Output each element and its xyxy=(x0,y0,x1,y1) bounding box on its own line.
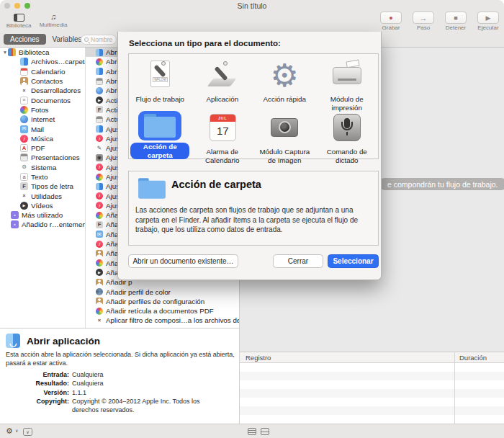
type-modulo-captura-de-imagen[interactable]: Módulo Captura de Imagen xyxy=(253,107,316,159)
microphone-icon xyxy=(325,111,369,146)
window-title: Sin título xyxy=(0,1,504,10)
workflow-doc-icon: WFLOW xyxy=(138,58,182,93)
photos-icon xyxy=(96,58,103,66)
sidebar-item-music[interactable]: ♪Música xyxy=(0,134,85,143)
toolbar-button-label: Ejecutar xyxy=(477,24,498,31)
sidebar-item-pdf[interactable]: APDF xyxy=(0,143,85,153)
ejecutar-button-capsule[interactable]: ▶ xyxy=(477,12,499,24)
type-label: Módulo Captura de Imagen xyxy=(255,148,314,164)
music-icon: ♪ xyxy=(96,202,103,209)
type-aplicacion[interactable]: Aplicación xyxy=(192,54,254,107)
music-icon: ♪ xyxy=(96,164,103,171)
action-row[interactable]: Añadir perfiles de configuración xyxy=(86,297,239,306)
pdf-icon: A xyxy=(20,144,28,152)
sidebar-item-label: Fotos xyxy=(31,106,49,114)
step-icon: → xyxy=(420,14,428,22)
tab-acciones[interactable]: Acciones xyxy=(4,34,46,45)
automator-window: Sin título Biblioteca♫Multimedia ●Grabar… xyxy=(0,0,504,438)
calendar-icon xyxy=(20,68,28,76)
blue-folder-icon xyxy=(138,178,166,198)
sidebar-item-presentations[interactable]: Presentaciones xyxy=(0,153,85,162)
detail-field-row: Copyright:Copyright © 2004–2012 Apple In… xyxy=(0,397,238,415)
sidebar-item-documents[interactable]: ≡Documentos xyxy=(0,95,85,104)
printer-icon xyxy=(325,58,369,93)
sidebar-item-utilities[interactable]: ×Utilidades xyxy=(0,191,85,200)
detail-field-label: Copyright: xyxy=(0,397,72,415)
sidebar-item-files[interactable]: Archivos…carpetas xyxy=(0,57,85,66)
sidebar-item-developer[interactable]: ×Desarrolladores xyxy=(0,86,85,95)
type-description-body: Las acciones de carpeta son flujos de tr… xyxy=(135,205,373,235)
toolbar-button-label: Multimedia xyxy=(40,22,68,28)
ejecutar-button[interactable]: ▶Ejecutar xyxy=(474,12,503,31)
action-row[interactable]: ×Aplicar filtro de composi…a los archivo… xyxy=(86,316,239,325)
log-column-duracion: Duración xyxy=(459,354,487,362)
videos-icon: ▶ xyxy=(20,202,28,210)
sidebar-smart-item[interactable]: ▪Añadido r…entemente xyxy=(0,220,85,229)
log-list-view-icon[interactable] xyxy=(248,428,256,435)
record-icon: ● xyxy=(389,14,392,22)
action-detail-description: Esta acción abre la aplicación seleccion… xyxy=(6,351,238,367)
media-browser-toggle-icon[interactable]: ∨ xyxy=(23,428,32,436)
open-existing-document-button[interactable]: Abrir un documento existente… xyxy=(128,254,238,268)
sidebar-item-label: Sistema xyxy=(31,164,56,171)
type-label: Acción de carpeta xyxy=(130,143,189,159)
disclosure-triangle-icon[interactable]: ▼ xyxy=(2,50,8,55)
sidebar-item-label: Internet xyxy=(31,115,55,123)
type-alarma-de-calendario[interactable]: JUL17Alarma de Calendario xyxy=(192,107,254,159)
type-accion-de-carpeta[interactable]: Acción de carpeta xyxy=(129,107,192,159)
search-field[interactable] xyxy=(81,35,117,45)
files-icon xyxy=(20,58,28,66)
photos-icon xyxy=(96,259,103,267)
sidebar-item-label: Documentos xyxy=(31,97,71,104)
type-accion-rapida[interactable]: ⚙Acción rápida xyxy=(253,54,316,107)
multimedia-button[interactable]: ♫Multimedia xyxy=(39,12,68,29)
sidebar-item-fonts[interactable]: FTipos de letra xyxy=(0,182,85,191)
grabar-button-capsule[interactable]: ● xyxy=(380,12,402,24)
close-button[interactable]: Cerrar xyxy=(273,254,323,268)
action-row-label: Añadir perfiles de configuración xyxy=(106,298,204,305)
text-icon: a xyxy=(20,173,28,181)
type-label: Acción rápida xyxy=(264,95,306,104)
action-row[interactable]: Añadir perfil de color xyxy=(86,287,239,296)
detener-button[interactable]: ■Detener xyxy=(441,12,470,31)
utilities-icon: × xyxy=(20,192,28,200)
sidebar-item-mail[interactable]: ✉Mail xyxy=(0,124,85,133)
sidebar-item-label: Archivos…carpetas xyxy=(31,58,85,66)
sidebar-item-contacts[interactable]: Contactos xyxy=(0,76,85,86)
sidebar-item-label: PDF xyxy=(31,144,45,152)
type-comando-de-dictado[interactable]: Comando de dictado xyxy=(316,107,379,159)
gear-menu-icon[interactable]: ⚙ xyxy=(6,426,13,436)
action-row-label: Aplicar filtro de composi…a los archivos… xyxy=(106,316,239,324)
sidebar-item-label: Tipos de letra xyxy=(31,182,73,190)
sidebar-item-system[interactable]: ⚙Sistema xyxy=(0,163,85,172)
sidebar-item-label: Añadido r…entemente xyxy=(22,220,85,228)
log-stack-view-icon[interactable] xyxy=(261,428,269,435)
sidebar-item-calendar[interactable]: Calendario xyxy=(0,67,85,76)
sidebar-smart-item[interactable]: ▪Más utilizado xyxy=(0,210,85,220)
select-button[interactable]: Seleccionar xyxy=(328,254,379,268)
color-wheel-icon xyxy=(96,212,103,219)
log-column-registro: Registro xyxy=(246,354,271,362)
detener-button-capsule[interactable]: ■ xyxy=(445,12,467,24)
sidebar-item-videos[interactable]: ▶Vídeos xyxy=(0,201,85,210)
biblioteca-button[interactable]: Biblioteca xyxy=(4,12,33,29)
grabar-button[interactable]: ●Grabar xyxy=(377,12,405,31)
type-label: Comando de dictado xyxy=(318,148,377,164)
music-icon: ♪ xyxy=(96,241,103,248)
sidebar-item-text[interactable]: aTexto xyxy=(0,172,85,182)
sidebar-item-photos[interactable]: Fotos xyxy=(0,105,85,115)
detail-field-row: Entrada:Cualquiera xyxy=(0,370,238,379)
fonts-icon: F xyxy=(96,106,103,113)
paso-button-capsule[interactable]: → xyxy=(413,12,434,24)
paso-button[interactable]: →Paso xyxy=(409,12,438,31)
sidebar-item-biblioteca[interactable]: ▼Biblioteca xyxy=(0,48,85,57)
type-modulo-de-impresion[interactable]: Módulo de impresión xyxy=(316,54,379,107)
log-column-divider xyxy=(454,352,455,424)
sidebar-item-internet[interactable]: Internet xyxy=(0,115,85,124)
type-flujo-de-trabajo[interactable]: WFLOWFlujo de trabajo xyxy=(129,54,192,107)
action-row[interactable]: Añadir retícula a documentos PDF xyxy=(86,306,239,316)
library-sidebar: ▼BibliotecaArchivos…carpetasCalendarioCo… xyxy=(0,48,85,328)
presentations-icon xyxy=(96,116,103,123)
smart-folder-icon: ▪ xyxy=(11,220,19,228)
search-input[interactable] xyxy=(91,36,115,43)
